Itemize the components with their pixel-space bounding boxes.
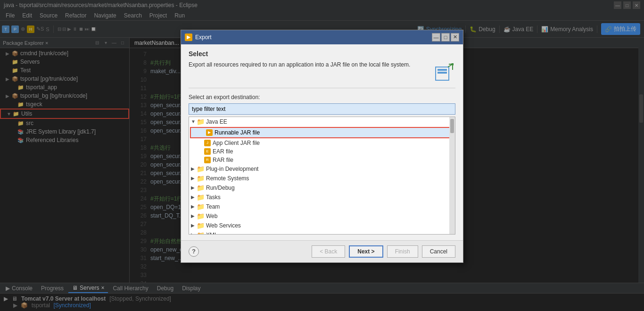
dialog-description: Export all resources required to run an … xyxy=(189,61,455,88)
dialog-tree-webservices[interactable]: ▶ 📁 Web Services xyxy=(189,221,455,230)
dialog-close-button[interactable]: ✕ xyxy=(451,33,459,42)
cancel-button[interactable]: Cancel xyxy=(422,245,455,258)
tasks-arrow: ▶ xyxy=(191,194,197,200)
dialog-filter-label: Select an export destination: xyxy=(189,94,455,101)
plugin-arrow: ▶ xyxy=(191,166,197,171)
finish-button[interactable]: Finish xyxy=(387,245,418,258)
rar-icon: R xyxy=(204,157,211,163)
team-arrow: ▶ xyxy=(191,204,197,209)
dialog-title-icon: ▶ xyxy=(185,34,192,41)
tree-scrollbar-thumb xyxy=(450,119,454,133)
back-button[interactable]: < Back xyxy=(312,245,345,258)
xml-arrow: ▶ xyxy=(191,232,197,234)
dialog-tree-label-remote: Remote Systems xyxy=(206,175,249,182)
export-icon xyxy=(433,61,455,84)
dialog-title-text: Export xyxy=(195,34,429,41)
dialog-tree-label-plugin: Plug-in Development xyxy=(206,166,258,172)
webservices-arrow: ▶ xyxy=(191,223,197,228)
appclient-icon: J xyxy=(204,140,211,146)
dialog-tree-label-appclient: App Client JAR file xyxy=(213,140,260,146)
dialog-tree-rundebug[interactable]: ▶ 📁 Run/Debug xyxy=(189,183,455,193)
eclipse-window: java - tsportal/src/main/resources/marke… xyxy=(0,0,644,311)
dialog-tree-appclient[interactable]: J App Client JAR file xyxy=(189,139,455,147)
folder-icon-team: 📁 xyxy=(197,203,204,210)
dialog-titlebar: ▶ Export — □ ✕ xyxy=(181,30,463,44)
dialog-tree-label-webservices: Web Services xyxy=(206,222,241,229)
dialog-maximize-button[interactable]: □ xyxy=(441,33,450,42)
dialog-tree-label-xml: XML xyxy=(206,232,218,234)
dialog-footer: ? < Back Next > Finish Cancel xyxy=(181,240,463,262)
web-arrow: ▶ xyxy=(191,213,197,219)
help-button[interactable]: ? xyxy=(189,246,199,257)
dialog-desc-text: Export all resources required to run an … xyxy=(189,61,429,68)
modal-overlay: ▶ Export — □ ✕ Select Export all resourc… xyxy=(0,0,644,311)
dialog-tree-web[interactable]: ▶ 📁 Web xyxy=(189,211,455,221)
export-tree-container: ▼ 📁 Java EE ▶ Runnable JAR file xyxy=(189,117,455,235)
dialog-tree-label-team: Team xyxy=(206,203,220,210)
dialog-title-buttons: — □ ✕ xyxy=(432,33,459,42)
dialog-tree-team[interactable]: ▶ 📁 Team xyxy=(189,202,455,211)
filter-input[interactable] xyxy=(189,103,455,115)
dialog-body: Select Export all resources required to … xyxy=(181,44,463,240)
folder-icon-tasks: 📁 xyxy=(197,193,204,201)
dialog-tree-xml[interactable]: ▶ 📁 XML xyxy=(189,230,455,234)
dialog-minimize-button[interactable]: — xyxy=(432,33,440,42)
dialog-tree-tasks[interactable]: ▶ 📁 Tasks xyxy=(189,193,455,202)
folder-icon-javaee: 📁 xyxy=(197,118,204,126)
dialog-tree-label-runnable: Runnable JAR file xyxy=(215,129,260,136)
dialog-tree-label-rar: RAR file xyxy=(213,157,233,163)
dialog-tree-rar[interactable]: R RAR file xyxy=(189,156,455,164)
dialog-tree-label-rundebug: Run/Debug xyxy=(206,185,235,191)
folder-icon-webservices: 📁 xyxy=(197,222,204,229)
dialog-tree-label-javaee: Java EE xyxy=(206,118,227,125)
remote-arrow: ▶ xyxy=(191,176,197,181)
svg-rect-1 xyxy=(438,69,447,71)
dialog-tree-javaee[interactable]: ▼ 📁 Java EE xyxy=(189,117,455,126)
folder-icon-xml: 📁 xyxy=(197,231,204,234)
dialog-tree-arrow-javaee: ▼ xyxy=(191,119,197,124)
dialog-tree-runnable-jar[interactable]: ▶ Runnable JAR file xyxy=(190,127,454,138)
dialog-section-title: Select xyxy=(189,50,455,58)
dialog-tree-plugin[interactable]: ▶ 📁 Plug-in Development xyxy=(189,164,455,174)
dialog-tree-label-ear: EAR file xyxy=(213,148,233,155)
dialog-tree-label-tasks: Tasks xyxy=(206,194,221,201)
dialog-tree-remote[interactable]: ▶ 📁 Remote Systems xyxy=(189,174,455,183)
next-button[interactable]: Next > xyxy=(349,245,383,258)
folder-icon-web: 📁 xyxy=(197,212,204,220)
runnable-jar-icon: ▶ xyxy=(206,129,213,136)
folder-icon-rundebug: 📁 xyxy=(197,184,204,192)
tree-scrollbar[interactable] xyxy=(449,117,455,234)
ear-icon: E xyxy=(204,148,211,155)
rundebug-arrow: ▶ xyxy=(191,185,197,190)
svg-rect-2 xyxy=(438,72,447,74)
folder-icon-remote: 📁 xyxy=(197,175,204,182)
dialog-tree-ear[interactable]: E EAR file xyxy=(189,147,455,156)
folder-icon-plugin: 📁 xyxy=(197,165,204,173)
dialog-tree-label-web: Web xyxy=(206,213,217,219)
export-dialog: ▶ Export — □ ✕ Select Export all resourc… xyxy=(181,30,463,263)
